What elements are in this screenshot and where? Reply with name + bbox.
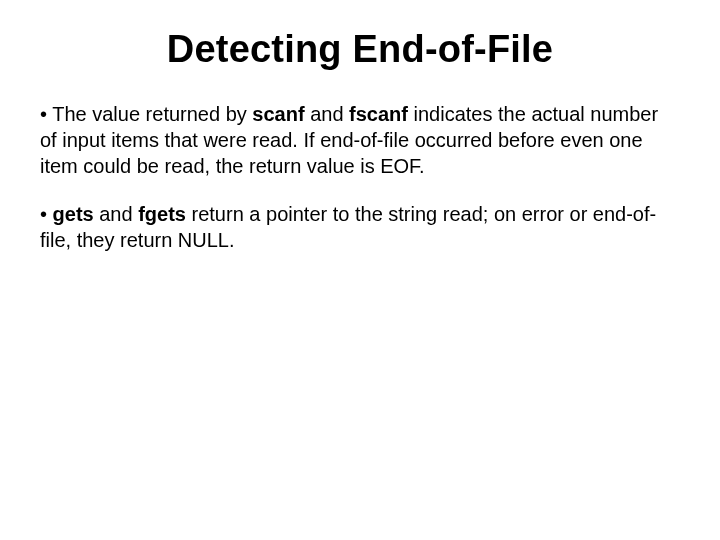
bullet-item: • gets and fgets return a pointer to the… [40, 201, 680, 253]
code-term: scanf [252, 103, 304, 125]
bullet-mark-icon: • [40, 203, 53, 225]
bullet-text: and [305, 103, 349, 125]
bullet-item: • The value returned by scanf and fscanf… [40, 101, 680, 179]
bullet-mark-icon: • [40, 103, 52, 125]
bullet-text: and [94, 203, 138, 225]
code-term: fgets [138, 203, 186, 225]
bullet-text: The value returned by [52, 103, 252, 125]
slide-title: Detecting End-of-File [40, 28, 680, 71]
code-term: gets [53, 203, 94, 225]
code-term: fscanf [349, 103, 408, 125]
slide: Detecting End-of-File • The value return… [0, 0, 720, 540]
